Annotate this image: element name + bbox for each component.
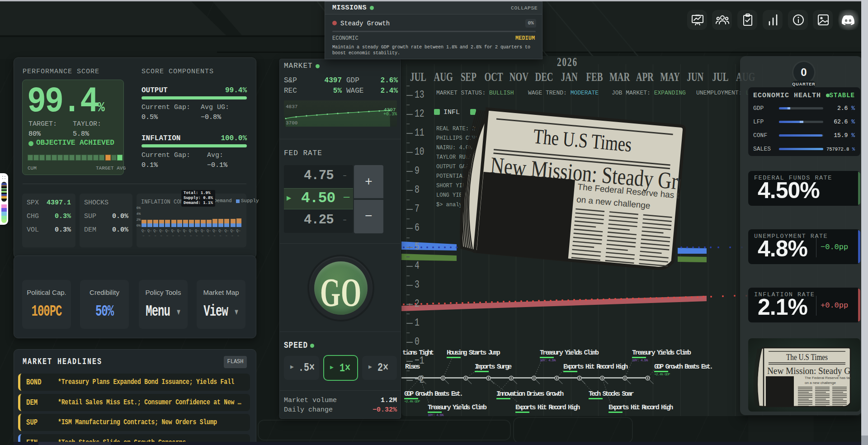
svg-text:The U.S Times: The U.S Times (786, 352, 828, 362)
svg-text:The Federal Reserve has tak: The Federal Reserve has tak (805, 376, 852, 380)
svg-text:on a new challenge: on a new challenge (805, 381, 836, 385)
svg-text:New Mission: Steady Gro: New Mission: Steady Gro (767, 365, 858, 376)
